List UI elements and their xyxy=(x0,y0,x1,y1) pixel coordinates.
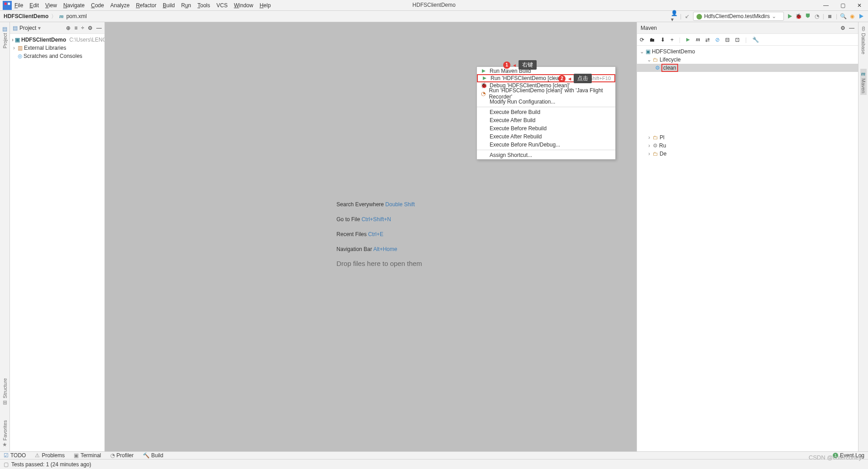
coverage-icon[interactable]: ⛊ xyxy=(805,13,811,19)
maven-download-icon[interactable]: ⬇ xyxy=(660,37,665,43)
back-icon[interactable]: ↙ xyxy=(684,13,690,19)
gutter-project[interactable]: ▤ Project xyxy=(2,26,8,48)
annotation-rightclick: 1 ◂ 右键 xyxy=(503,60,537,70)
menu-tools[interactable]: Tools xyxy=(198,2,210,9)
cm-run-jfr[interactable]: ◔ Run 'HDFSClientDemo [clean]' with 'Jav… xyxy=(477,90,615,98)
svg-marker-6 xyxy=(482,69,486,73)
gutter-database[interactable]: 🛢 Database xyxy=(861,26,866,54)
tree-scratches[interactable]: ◎ Scratches and Consoles xyxy=(10,52,104,60)
maven-show-deps-icon[interactable]: ⊡ xyxy=(735,37,740,43)
maven-tree: ⌄ ▣ HDFSClientDemo ⌄ 🗀 Lifecycle ⚙ clean… xyxy=(637,46,858,160)
tab-problems[interactable]: ⚠Problems xyxy=(35,452,65,459)
chevron-down-icon[interactable]: ⌄ xyxy=(640,48,644,55)
cm-execute-before-run[interactable]: Execute Before Run/Debug... xyxy=(477,141,615,149)
menu-window[interactable]: Window xyxy=(234,2,253,9)
expand-all-icon[interactable]: ≡ xyxy=(74,25,77,31)
hammer-icon: 🔨 xyxy=(143,452,150,459)
maven-generate-icon[interactable]: 🖿 xyxy=(650,37,655,43)
structure-tool-icon: ⊞ xyxy=(3,399,7,406)
stop-icon[interactable] xyxy=(827,13,833,19)
maven-file-icon: m xyxy=(59,13,63,20)
chevron-right-icon[interactable]: › xyxy=(647,134,651,141)
gutter-structure[interactable]: Structure ⊞ xyxy=(2,378,8,406)
minimize-icon[interactable]: — xyxy=(823,2,829,9)
chevron-right-icon[interactable]: › xyxy=(12,37,14,43)
menu-run[interactable]: Run xyxy=(181,2,191,9)
select-open-file-icon[interactable]: ⊕ xyxy=(66,25,71,31)
breadcrumb-root[interactable]: HDFSClientDemo xyxy=(4,13,48,19)
maven-hide-icon[interactable]: — xyxy=(849,25,854,31)
menu-vcs[interactable]: VCS xyxy=(217,2,228,9)
cm-assign-shortcut[interactable]: Assign Shortcut... xyxy=(477,151,615,159)
run-anything-icon[interactable] xyxy=(858,13,864,19)
badge-1: 1 xyxy=(503,62,510,69)
debug-icon[interactable]: 🐞 xyxy=(796,13,802,19)
cm-execute-after-build[interactable]: Execute After Build xyxy=(477,116,615,124)
menu-code[interactable]: Code xyxy=(91,2,104,9)
close-icon[interactable]: ✕ xyxy=(857,2,862,9)
menu-navigate[interactable]: Navigate xyxy=(63,2,85,9)
maven-dependencies[interactable]: › 🗀 De xyxy=(637,150,858,158)
menu-view[interactable]: View xyxy=(45,2,57,9)
svg-rect-1 xyxy=(5,2,7,5)
search-icon[interactable]: 🔍 xyxy=(840,13,846,19)
tab-profiler[interactable]: ◔Profiler xyxy=(110,452,134,459)
menu-analyze[interactable]: Analyze xyxy=(110,2,130,9)
maven-skip-tests-icon[interactable]: ⊘ xyxy=(715,37,720,43)
menu-refactor[interactable]: Refactor xyxy=(136,2,156,9)
badge-2: 2 xyxy=(558,75,566,82)
menu-help[interactable]: Help xyxy=(259,2,271,9)
sync-icon[interactable]: ◉ xyxy=(849,13,855,19)
project-panel-title[interactable]: Project xyxy=(19,25,36,31)
menu-edit[interactable]: Edit xyxy=(29,2,39,9)
toolbar-right: 👤▾ | ↙ ⬤ HdfsClientDemo.testMkdirs ⌄ 🐞 ⛊… xyxy=(671,12,864,21)
chevron-down-icon[interactable]: ⌄ xyxy=(647,57,651,63)
gutter-favorites[interactable]: Favorites ★ xyxy=(2,420,8,448)
maven-lifecycle[interactable]: ⌄ 🗀 Lifecycle xyxy=(637,56,858,64)
maven-wrench-icon[interactable]: 🔧 xyxy=(752,37,759,43)
chevron-right-icon[interactable]: › xyxy=(12,45,16,51)
gear-icon[interactable]: ⚙ xyxy=(88,25,93,31)
maven-run-icon[interactable] xyxy=(686,38,690,42)
chevron-right-icon[interactable]: › xyxy=(647,151,651,157)
tree-root[interactable]: › ▣ HDFSClientDemo C:\Users\LENOVO xyxy=(10,36,104,44)
breadcrumb-file[interactable]: pom.xml xyxy=(66,13,87,19)
cm-execute-before-rebuild[interactable]: Execute Before Rebuild xyxy=(477,124,615,133)
maven-settings-icon[interactable]: ⚙ xyxy=(840,25,845,31)
maven-add-icon[interactable]: + xyxy=(670,37,674,43)
maximize-icon[interactable]: ▢ xyxy=(840,2,845,9)
cm-execute-after-rebuild[interactable]: Execute After Rebuild xyxy=(477,133,615,141)
chevron-down-icon: ⌄ xyxy=(772,13,776,19)
chevron-right-icon[interactable]: › xyxy=(647,142,651,149)
run-config-selector[interactable]: ⬤ HdfsClientDemo.testMkdirs ⌄ xyxy=(693,12,783,21)
profile-icon: ◔ xyxy=(481,90,486,97)
hide-panel-icon[interactable]: — xyxy=(96,25,102,31)
maven-run-configs[interactable]: › ⚙ Ru xyxy=(637,142,858,150)
cm-execute-before-build[interactable]: Execute Before Build xyxy=(477,108,615,116)
project-panel: ▤ Project ▾ ⊕ ≡ ÷ ⚙ — › ▣ HDFSClientDemo… xyxy=(10,22,105,451)
run-icon[interactable] xyxy=(787,13,793,19)
maven-offline-icon[interactable]: ⊟ xyxy=(725,37,730,43)
maven-root[interactable]: ⌄ ▣ HDFSClientDemo xyxy=(637,47,858,56)
gutter-maven[interactable]: m Maven xyxy=(860,69,867,95)
menu-file[interactable]: File xyxy=(14,2,23,9)
tab-terminal[interactable]: ▣Terminal xyxy=(74,452,101,459)
maven-reload-icon[interactable]: ⟳ xyxy=(640,37,644,43)
maven-goal-clean[interactable]: ⚙ clean xyxy=(637,64,858,72)
tab-build[interactable]: 🔨Build xyxy=(143,452,164,459)
maven-toggle-icon[interactable]: ⇄ xyxy=(705,37,710,43)
tree-external-libs[interactable]: › ▥ External Libraries xyxy=(10,44,104,52)
user-dropdown-icon[interactable]: 👤▾ xyxy=(671,13,677,19)
goal-icon: ⚙ xyxy=(655,65,660,71)
menu-build[interactable]: Build xyxy=(163,2,175,9)
folder-icon: 🗀 xyxy=(653,57,658,63)
tab-todo[interactable]: ☑TODO xyxy=(4,452,26,459)
run-icon xyxy=(481,76,488,81)
maven-m-icon[interactable]: m xyxy=(696,36,700,43)
status-icon[interactable]: ▢ xyxy=(4,461,9,468)
window-title: HDFSClientDemo xyxy=(412,2,455,8)
collapse-all-icon[interactable]: ÷ xyxy=(81,25,84,31)
project-dropdown-icon[interactable]: ▾ xyxy=(38,25,41,31)
maven-plugins[interactable]: › 🗀 Pl xyxy=(637,133,858,142)
profile-icon[interactable]: ◔ xyxy=(814,13,820,19)
